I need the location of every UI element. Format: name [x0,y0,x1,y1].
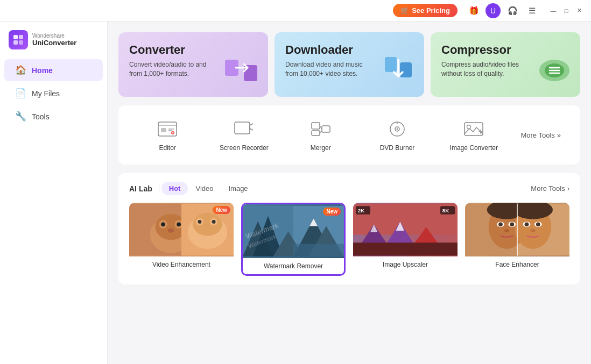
headphone-icon[interactable]: 🎧 [505,3,520,18]
tab-hot[interactable]: Hot [161,182,188,195]
face-enhancer-label: Face Enhancer [465,256,569,273]
menu-icon[interactable]: ☰ [524,3,539,18]
image-upscaler-image: 2K 8K [353,203,458,256]
svg-rect-29 [465,123,483,135]
converter-card[interactable]: Converter Convert video/audio to and fro… [118,32,268,97]
tools-row: Editor Screen Recorder [118,105,580,165]
ai-card-video-enhancement[interactable]: New [129,203,234,276]
merger-icon [309,118,333,140]
svg-point-30 [467,125,471,129]
compressor-card[interactable]: Compressor Compress audio/video files wi… [431,32,580,97]
ai-card-watermark-remover[interactable]: New Watermark Watermark [241,203,346,276]
more-tools-button[interactable]: More Tools » [512,127,569,144]
tool-editor-label: Editor [159,144,175,152]
svg-rect-0 [13,35,18,39]
maximize-button[interactable]: □ [561,5,572,16]
compressor-desc: Compress audio/video files without loss … [441,60,527,78]
titlebar: 🛒 See Pricing 🎁 U 🎧 ☰ — □ ✕ [0,0,591,22]
tab-image[interactable]: Image [221,182,255,195]
content-area: Converter Convert video/audio to and fro… [108,22,591,364]
sidebar: Wondershare UniConverter 🏠 Home 📄 My Fil… [0,22,108,364]
ai-lab-section: AI Lab Hot Video Image More Tools › New [118,173,580,284]
svg-point-77 [498,222,503,226]
screen-recorder-icon [232,118,256,140]
svg-rect-1 [19,35,23,39]
nav-item-tools[interactable]: 🔧 Tools [4,105,103,127]
tool-editor[interactable]: Editor [129,114,206,156]
svg-point-40 [168,229,174,233]
nav-item-my-files[interactable]: 📄 My Files [4,82,103,104]
watermark-remover-label: Watermark Remover [243,258,344,274]
svg-point-38 [161,222,165,226]
tab-video[interactable]: Video [188,182,221,195]
minimize-button[interactable]: — [548,5,559,16]
tool-image-converter[interactable]: Image Converter [435,114,512,156]
svg-line-19 [250,124,253,125]
chevron-right-small-icon: › [567,184,569,192]
video-enhancement-image: New [129,203,234,256]
tool-image-converter-label: Image Converter [450,144,498,152]
svg-point-83 [536,222,540,226]
user-avatar[interactable]: U [486,3,501,18]
logo-area: Wondershare UniConverter [0,30,107,58]
svg-point-84 [504,229,510,232]
watermark-remover-image: New Watermark Watermark [243,204,344,258]
image-converter-icon [462,118,486,140]
svg-rect-6 [385,57,397,72]
svg-point-79 [510,222,514,226]
svg-rect-58 [293,244,344,257]
svg-line-20 [250,129,253,130]
converter-desc: Convert video/audio to and from 1,000+ f… [129,60,215,78]
svg-text:8K: 8K [442,208,449,213]
face-enhancer-image [465,203,569,256]
files-icon: 📄 [15,88,26,99]
svg-text:2K: 2K [358,208,364,213]
window-controls: — □ ✕ [548,5,585,16]
tool-dvd-burner-label: DVD Burner [380,144,415,152]
tool-screen-recorder[interactable]: Screen Recorder [206,114,282,156]
svg-rect-65 [353,242,458,255]
main-layout: Wondershare UniConverter 🏠 Home 📄 My Fil… [0,22,591,364]
home-icon: 🏠 [15,65,26,76]
more-tools-link[interactable]: More Tools › [531,184,569,192]
ai-card-face-enhancer[interactable]: Face Enhancer [465,203,569,276]
tab-divider [159,183,159,194]
cart-icon: 🛒 [400,6,409,15]
nav-item-home[interactable]: 🏠 Home [4,59,103,81]
tool-merger-label: Merger [311,144,331,152]
video-enhancement-label: Video Enhancement [129,256,234,273]
ai-card-image-upscaler[interactable]: 2K 8K Image Upscaler [353,203,458,276]
svg-point-81 [525,222,529,226]
logo-icon [9,30,28,49]
ai-lab-label: AI Lab [129,184,152,193]
dvd-burner-icon [385,118,409,140]
ai-lab-tabs: AI Lab Hot Video Image [129,182,256,195]
close-button[interactable]: ✕ [574,5,585,16]
editor-icon [156,118,179,140]
ai-lab-header: AI Lab Hot Video Image More Tools › [129,182,569,195]
svg-rect-18 [235,122,250,134]
converter-icon [220,49,263,94]
ai-cards-grid: New [129,203,569,276]
svg-rect-7 [400,62,412,77]
nav-label-my-files: My Files [32,89,60,98]
tool-screen-recorder-label: Screen Recorder [220,144,269,152]
logo-text: Wondershare UniConverter [32,33,76,47]
tool-dvd-burner[interactable]: DVD Burner [359,114,435,156]
image-upscaler-label: Image Upscaler [353,256,458,273]
see-pricing-button[interactable]: 🛒 See Pricing [393,4,458,17]
tool-merger[interactable]: Merger [283,114,359,156]
nav-label-home: Home [32,66,53,75]
svg-point-47 [212,220,216,224]
compressor-icon [530,49,576,94]
gift-icon[interactable]: 🎁 [466,3,481,18]
feature-cards: Converter Convert video/audio to and fro… [118,32,580,97]
new-badge-video: New [213,206,230,214]
chevron-right-icon: » [557,131,561,139]
logo-product: UniConverter [32,39,76,47]
nav-label-tools: Tools [32,112,50,121]
svg-rect-22 [312,123,320,129]
svg-rect-12 [161,128,166,132]
svg-rect-3 [19,40,23,45]
downloader-card[interactable]: Downloader Download video and music from… [275,32,424,97]
